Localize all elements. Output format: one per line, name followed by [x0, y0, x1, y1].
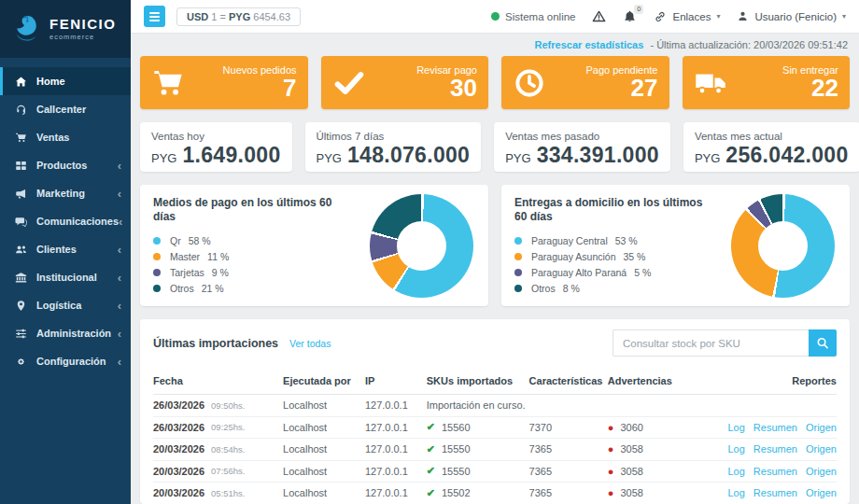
table-row: 20/03/202605:51hs.Localhost127.0.0.1✔155…	[153, 483, 837, 504]
chevron-left-icon: ‹	[118, 300, 121, 312]
sidebar-item-configuracion[interactable]: Configuración‹	[0, 347, 131, 375]
user-icon	[737, 10, 749, 22]
features-count: 7365	[529, 487, 608, 498]
warnings-count: 3058	[620, 443, 642, 455]
sidebar-item-ventas[interactable]: Ventas	[0, 123, 131, 151]
bell-icon[interactable]: 0	[623, 9, 637, 23]
skus-count: 15502	[442, 487, 471, 498]
import-ip: 127.0.0.1	[365, 466, 427, 477]
chart-title: Entregas a domicilio en los últimos 60 d…	[514, 196, 708, 224]
warnings-cell: ●3060	[608, 422, 724, 433]
report-link-resumen[interactable]: Resumen	[753, 422, 797, 433]
report-link-log[interactable]: Log	[727, 466, 744, 477]
chart-card: Entregas a domicilio en los últimos 60 d…	[501, 185, 850, 306]
sidebar-item-administracion[interactable]: Administración‹	[0, 319, 131, 347]
legend-value: 8 %	[563, 283, 580, 294]
sidebar-item-label: Configuración	[36, 356, 106, 367]
donut-chart	[731, 194, 835, 298]
report-link-resumen[interactable]: Resumen	[753, 443, 797, 455]
user-menu[interactable]: Usuario (Fenicio) ▾	[737, 10, 846, 22]
sales-card-ultimos-7-dias: Últimos 7 díasPYG148.076.000	[305, 122, 482, 172]
report-link-origen[interactable]: Origen	[806, 487, 837, 498]
executed-by: Localhost	[283, 487, 365, 498]
column-header-ejecutada-por: Ejecutada por	[283, 375, 365, 386]
sales-label: Ventas hoy	[151, 131, 281, 142]
main-area: USD 1 = PYG 6454.63 Sistema online 0	[131, 0, 859, 504]
import-time: 08:54hs.	[211, 444, 245, 455]
comments-icon	[15, 216, 27, 228]
stat-card-pago-pendiente[interactable]: Pago pendiente27	[501, 56, 669, 109]
import-date: 20/03/2026	[153, 487, 204, 498]
sku-search-input[interactable]	[613, 329, 809, 357]
chevron-down-icon: ▾	[842, 12, 846, 21]
imports-card: Últimas importaciones Ver todas FechaEje…	[140, 319, 850, 504]
report-link-origen[interactable]: Origen	[806, 466, 837, 477]
report-link-resumen[interactable]: Resumen	[753, 487, 797, 498]
sidebar-item-home[interactable]: Home	[0, 67, 131, 95]
sidebar-item-clientes[interactable]: Clientes‹	[0, 235, 131, 263]
sidebar-item-callcenter[interactable]: Callcenter	[0, 95, 131, 123]
donut-chart	[370, 194, 473, 298]
megaphone-icon	[15, 188, 27, 200]
import-status-text: Importación en curso.	[427, 399, 526, 411]
sidebar-item-productos[interactable]: Productos‹	[0, 151, 131, 179]
sales-card-ventas-mes-actual: Ventas mes actualPYG256.042.000	[683, 122, 859, 172]
sidebar-item-comunicaciones[interactable]: Comunicaciones‹	[0, 207, 131, 235]
legend-label: Otros	[531, 283, 556, 294]
currency-code: PYG	[505, 151, 530, 165]
skus-cell: ✔15502	[427, 487, 529, 499]
links-menu[interactable]: Enlaces ▾	[654, 10, 720, 23]
features-count: 7365	[529, 466, 608, 477]
view-all-link[interactable]: Ver todas	[289, 338, 331, 349]
report-link-log[interactable]: Log	[727, 443, 744, 455]
warning-icon[interactable]	[592, 9, 606, 23]
refresh-stats-link[interactable]: Refrescar estadísticas	[535, 39, 644, 50]
chevron-left-icon: ‹	[118, 328, 121, 340]
check-icon: ✔	[427, 487, 435, 499]
stat-card-nuevos-pedidos[interactable]: Nuevos pedidos7	[140, 56, 308, 109]
skus-cell: ✔15550	[427, 443, 529, 455]
sales-row: Ventas hoyPYG1.649.000Últimos 7 díasPYG1…	[140, 122, 850, 172]
import-time: 09:25hs.	[211, 422, 245, 432]
skus-count: 15550	[442, 466, 471, 477]
sales-value: 1.649.000	[182, 143, 280, 168]
sidebar-item-label: Ventas	[36, 132, 69, 143]
legend-dot-icon	[514, 237, 522, 245]
exchange-to-code: PYG	[229, 11, 250, 22]
sidebar: FENICIO ecommerce HomeCallcenterVentasPr…	[0, 0, 131, 504]
brand-name: FENICIO	[49, 17, 116, 31]
bank-icon	[15, 272, 27, 284]
currency-code: PYG	[695, 151, 720, 165]
sales-value: 334.391.000	[537, 143, 659, 168]
hamburger-menu-button[interactable]	[144, 6, 165, 27]
report-link-origen[interactable]: Origen	[806, 443, 837, 455]
stat-card-revisar-pago[interactable]: Revisar pago30	[321, 56, 489, 109]
import-ip: 127.0.0.1	[365, 443, 427, 455]
sidebar-item-marketing[interactable]: Marketing‹	[0, 179, 131, 207]
report-link-origen[interactable]: Origen	[806, 422, 837, 433]
subheader: Refrescar estadísticas - Última actualiz…	[140, 34, 850, 52]
imports-header: Últimas importaciones Ver todas	[153, 329, 837, 357]
brand-logo[interactable]: FENICIO ecommerce	[0, 0, 131, 58]
legend-dot-icon	[153, 269, 161, 276]
legend-dot-icon	[153, 237, 161, 245]
sidebar-item-institucional[interactable]: Institucional‹	[0, 263, 131, 291]
warning-dot-icon: ●	[608, 443, 614, 455]
warnings-cell: ●3058	[608, 487, 724, 498]
stat-card-sin-entregar[interactable]: Sin entregar22	[683, 56, 851, 109]
legend-value: 53 %	[615, 235, 638, 246]
report-link-log[interactable]: Log	[727, 422, 744, 433]
sidebar-item-label: Institucional	[36, 272, 97, 283]
chart-card: Medios de pago en los últimos 60 díasQr5…	[140, 185, 488, 306]
legend-label: Paraguay Asunción	[531, 251, 615, 262]
import-time: 05:51hs.	[211, 488, 245, 498]
executed-by: Localhost	[283, 443, 365, 455]
search-button[interactable]	[809, 329, 837, 357]
stat-value: 22	[811, 76, 838, 101]
report-link-resumen[interactable]: Resumen	[753, 466, 797, 477]
legend-value: 5 %	[634, 267, 651, 278]
exchange-from-code: USD	[187, 11, 208, 22]
sidebar-item-logistica[interactable]: Logística‹	[0, 291, 131, 319]
currency-code: PYG	[317, 151, 342, 165]
report-link-log[interactable]: Log	[727, 487, 744, 498]
